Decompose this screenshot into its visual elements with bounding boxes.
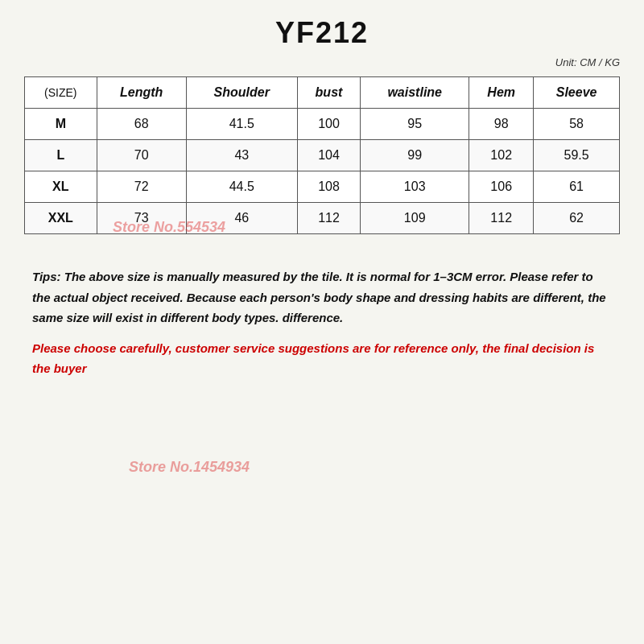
- table-cell: 98: [469, 109, 534, 140]
- table-cell: 43: [186, 140, 297, 171]
- table-cell: XXL: [25, 203, 97, 234]
- table-header-length: Length: [97, 77, 186, 109]
- table-cell: 44.5: [186, 171, 297, 203]
- table-header-size: (SIZE): [25, 77, 97, 109]
- table-header-shoulder: Shoulder: [186, 77, 297, 109]
- table-cell: 62: [534, 203, 620, 234]
- tips-warning-text: Please choose carefully, customer servic…: [32, 338, 612, 379]
- page-container: YF212 Unit: CM / KG (SIZE)LengthShoulder…: [0, 0, 644, 644]
- table-cell: 108: [297, 171, 360, 203]
- table-cell: 104: [297, 140, 360, 171]
- table-cell: M: [25, 109, 97, 140]
- table-cell: 72: [97, 171, 186, 203]
- table-cell: 100: [297, 109, 360, 140]
- table-cell: 102: [469, 140, 534, 171]
- table-cell: 61: [534, 171, 620, 203]
- table-cell: 46: [186, 203, 297, 234]
- table-cell: 112: [469, 203, 534, 234]
- watermark-2: Store No.1454934: [129, 459, 250, 476]
- table-cell: 112: [297, 203, 360, 234]
- table-cell: XL: [25, 171, 97, 203]
- product-title: YF212: [24, 16, 620, 50]
- size-table: (SIZE)LengthShoulderbustwaistlineHemSlee…: [24, 76, 620, 234]
- table-header-row: (SIZE)LengthShoulderbustwaistlineHemSlee…: [25, 77, 620, 109]
- table-cell: 109: [361, 203, 469, 234]
- table-cell: 99: [361, 140, 469, 171]
- table-header-waistline: waistline: [361, 77, 469, 109]
- table-cell: 59.5: [534, 140, 620, 171]
- table-cell: 95: [361, 109, 469, 140]
- table-row: L70431049910259.5: [25, 140, 620, 171]
- tips-section: Tips: The above size is manually measure…: [24, 266, 620, 379]
- table-cell: 70: [97, 140, 186, 171]
- tips-normal-text: Tips: The above size is manually measure…: [32, 266, 612, 328]
- table-cell: 103: [361, 171, 469, 203]
- table-row: M6841.5100959858: [25, 109, 620, 140]
- table-cell: 73: [97, 203, 186, 234]
- unit-label: Unit: CM / KG: [24, 56, 620, 68]
- table-header-bust: bust: [297, 77, 360, 109]
- table-cell: 41.5: [186, 109, 297, 140]
- table-cell: 58: [534, 109, 620, 140]
- table-row: XXL734611210911262: [25, 203, 620, 234]
- table-row: XL7244.510810310661: [25, 171, 620, 203]
- table-header-hem: Hem: [469, 77, 534, 109]
- table-cell: L: [25, 140, 97, 171]
- table-cell: 106: [469, 171, 534, 203]
- table-cell: 68: [97, 109, 186, 140]
- table-header-sleeve: Sleeve: [534, 77, 620, 109]
